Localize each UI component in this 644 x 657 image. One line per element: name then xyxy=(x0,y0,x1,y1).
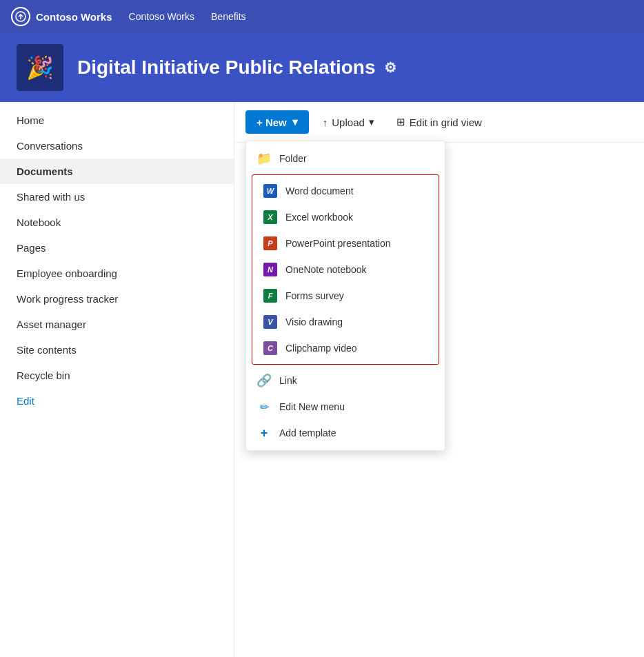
dropdown-item-forms[interactable]: F Forms survey xyxy=(252,283,439,309)
dropdown-item-add-template[interactable]: + Add template xyxy=(246,420,445,446)
new-button[interactable]: + New ▾ xyxy=(245,110,309,134)
dropdown-group-items: W Word document X Excel workbook P Power… xyxy=(252,175,439,364)
sidebar-item-home[interactable]: Home xyxy=(0,108,234,133)
dropdown-item-powerpoint[interactable]: P PowerPoint presentation xyxy=(252,230,439,256)
edit-grid-label: Edit in grid view xyxy=(410,117,482,128)
new-chevron-icon: ▾ xyxy=(292,116,298,128)
forms-icon: F xyxy=(263,289,277,303)
word-label: Word document xyxy=(285,185,354,196)
folder-icon: 📁 xyxy=(257,152,271,165)
site-title-container: Digital Initiative Public Relations ⚙ xyxy=(77,57,396,79)
dropdown-item-clipchamp[interactable]: C Clipchamp video xyxy=(252,335,439,361)
excel-label: Excel workbook xyxy=(285,212,353,223)
sidebar: Home Conversations Documents Shared with… xyxy=(0,102,234,657)
excel-icon: X xyxy=(263,210,277,224)
add-template-icon: + xyxy=(257,426,271,440)
onenote-label: OneNote notebook xyxy=(285,264,367,275)
edit-grid-icon: ⊞ xyxy=(396,116,405,128)
logo-text: Contoso Works xyxy=(36,11,112,23)
sidebar-item-notebook[interactable]: Notebook xyxy=(0,210,234,235)
dropdown-item-link[interactable]: 🔗 Link xyxy=(246,367,445,394)
nav-link-benefits[interactable]: Benefits xyxy=(211,11,246,22)
clipchamp-label: Clipchamp video xyxy=(285,343,357,354)
dropdown-item-folder[interactable]: 📁 Folder xyxy=(246,145,445,172)
logo-icon xyxy=(11,7,30,26)
settings-icon[interactable]: ⚙ xyxy=(384,59,396,76)
site-header: 🎉 Digital Initiative Public Relations ⚙ xyxy=(0,33,644,102)
content-area: + New ▾ ↑ Upload ▾ ⊞ Edit in grid view 📁… xyxy=(234,102,644,657)
dropdown-item-excel[interactable]: X Excel workbook xyxy=(252,204,439,230)
site-icon: 🎉 xyxy=(17,44,63,91)
edit-menu-icon: ✏ xyxy=(257,400,271,414)
folder-label: Folder xyxy=(279,153,307,164)
sidebar-item-work-progress[interactable]: Work progress tracker xyxy=(0,286,234,312)
visio-icon: V xyxy=(263,315,277,329)
clipchamp-icon: C xyxy=(263,341,277,355)
link-icon: 🔗 xyxy=(257,374,271,387)
site-title: Digital Initiative Public Relations xyxy=(77,57,376,79)
sidebar-item-conversations[interactable]: Conversations xyxy=(0,133,234,159)
add-template-label: Add template xyxy=(279,427,336,438)
new-button-label: + New xyxy=(256,117,287,128)
upload-icon: ↑ xyxy=(323,117,328,128)
onenote-icon: N xyxy=(263,263,277,276)
dropdown-item-word[interactable]: W Word document xyxy=(252,178,439,204)
edit-grid-button[interactable]: ⊞ Edit in grid view xyxy=(388,110,490,134)
sidebar-item-asset-manager[interactable]: Asset manager xyxy=(0,312,234,337)
upload-chevron-icon: ▾ xyxy=(369,116,374,128)
nav-link-contoso[interactable]: Contoso Works xyxy=(129,11,194,22)
dropdown-item-onenote[interactable]: N OneNote notebook xyxy=(252,256,439,283)
toolbar: + New ▾ ↑ Upload ▾ ⊞ Edit in grid view xyxy=(234,102,644,143)
sidebar-item-recycle-bin[interactable]: Recycle bin xyxy=(0,363,234,388)
sidebar-item-documents[interactable]: Documents xyxy=(0,159,234,184)
sidebar-item-shared[interactable]: Shared with us xyxy=(0,184,234,210)
upload-label: Upload xyxy=(332,117,365,128)
link-label: Link xyxy=(279,375,297,386)
dropdown-item-visio[interactable]: V Visio drawing xyxy=(252,309,439,335)
forms-label: Forms survey xyxy=(285,290,344,301)
new-dropdown-menu: 📁 Folder W Word document X Excel workboo… xyxy=(245,141,445,451)
sidebar-item-site-contents[interactable]: Site contents xyxy=(0,337,234,363)
top-navigation: Contoso Works Contoso Works Benefits xyxy=(0,0,644,33)
site-logo[interactable]: Contoso Works xyxy=(11,7,112,26)
sidebar-item-pages[interactable]: Pages xyxy=(0,235,234,261)
sidebar-item-employee-onboarding[interactable]: Employee onboarding xyxy=(0,261,234,286)
main-layout: Home Conversations Documents Shared with… xyxy=(0,102,644,657)
powerpoint-icon: P xyxy=(263,236,277,250)
dropdown-item-edit-menu[interactable]: ✏ Edit New menu xyxy=(246,394,445,420)
sidebar-item-edit[interactable]: Edit xyxy=(0,388,234,414)
site-icon-emoji: 🎉 xyxy=(26,54,54,81)
upload-button[interactable]: ↑ Upload ▾ xyxy=(314,110,383,134)
edit-menu-label: Edit New menu xyxy=(279,401,345,412)
dropdown-group-border: W Word document X Excel workbook P Power… xyxy=(252,174,439,365)
word-icon: W xyxy=(263,184,277,198)
visio-label: Visio drawing xyxy=(285,316,343,327)
powerpoint-label: PowerPoint presentation xyxy=(285,238,391,249)
